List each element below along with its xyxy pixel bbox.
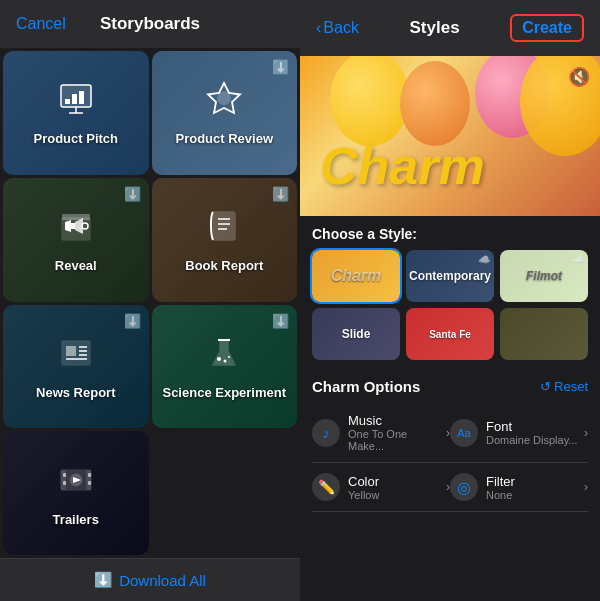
chevron-icon: › [584,426,588,440]
choose-style-label: Choose a Style: [312,226,588,242]
science-experiment-icon [205,333,243,379]
grid-item-label: Trailers [53,512,99,527]
options-header: Charm Options ↺ Reset [312,378,588,395]
svg-rect-16 [66,346,76,356]
chevron-icon: › [584,480,588,494]
left-header: Cancel Storyboards [0,0,300,48]
style-item-charm[interactable]: Charm [312,250,400,302]
svg-rect-2 [72,94,77,104]
music-icon: ♪ [312,419,340,447]
color-icon: ✏️ [312,473,340,501]
grid-item-label: Book Report [185,258,263,273]
option-name: Filter [486,474,580,489]
preview-area: Charm 🔇 [300,56,600,216]
reset-icon: ↺ [540,379,551,394]
download-all-button[interactable]: ⬇️ Download All [94,571,206,589]
grid-item-reveal[interactable]: ⬇️ Reveal [3,178,149,302]
cloud-download-icon: ⬇️ [272,186,289,202]
right-header: ‹ Back Styles Create [300,0,600,56]
svg-rect-29 [63,481,66,485]
grid-item-product-review[interactable]: ⬇️ Product Review [152,51,298,175]
back-button[interactable]: ‹ Back [316,19,359,37]
svg-rect-26 [61,470,66,490]
cloud-download-icon: ⬇️ [272,313,289,329]
option-row-color[interactable]: ✏️ Color Yellow › [312,463,450,512]
grid-item-label: Product Pitch [33,131,118,146]
option-row-font[interactable]: Aa Font Domaine Display... › [450,403,588,463]
grid-item-science-experiment[interactable]: ⬇️ Science Experiment [152,305,298,429]
grid-item-label: Reveal [55,258,97,273]
option-row-music[interactable]: ♪ Music One To One Make... › [312,403,450,463]
option-value: None [486,489,580,501]
svg-point-23 [224,359,227,362]
style-item-santa[interactable]: Santa Fe [406,308,494,360]
grid-item-trailers[interactable]: Trailers [3,431,149,555]
option-value: Yellow [348,489,442,501]
svg-point-22 [217,357,221,361]
cloud-icon: ☁️ [478,254,490,265]
style-label: Filmot [526,269,562,283]
options-section: Charm Options ↺ Reset ♪ Music One To One… [300,370,600,601]
product-review-icon [205,79,243,125]
reset-button[interactable]: ↺ Reset [540,379,588,394]
styles-grid: Charm ☁️ Contemporary ☁️ Filmot Slide Sa… [312,250,588,360]
style-item-contemporary[interactable]: ☁️ Contemporary [406,250,494,302]
grid-item-label: Product Review [175,131,273,146]
style-label: Contemporary [409,269,491,283]
option-name: Music [348,413,442,428]
balloon-orange [400,61,470,146]
option-name: Font [486,419,580,434]
grid-item-news-report[interactable]: ⬇️ News Report [3,305,149,429]
grid-item-label: News Report [36,385,115,400]
option-value: Domaine Display... [486,434,580,446]
book-report-icon [205,206,243,252]
cloud-download-icon: ⬇️ [124,186,141,202]
style-item-unknown[interactable] [500,308,588,360]
trailers-icon [57,460,95,506]
reveal-icon [57,206,95,252]
cloud-download-icon: ⬇️ [124,313,141,329]
back-chevron-icon: ‹ [316,19,321,37]
option-text-font: Font Domaine Display... [486,419,580,446]
right-panel: ‹ Back Styles Create Charm 🔇 Choose a St… [300,0,600,601]
left-panel-title: Storyboards [100,14,200,34]
svg-rect-28 [63,473,66,477]
balloon-yellow [330,56,410,146]
options-list: ♪ Music One To One Make... › Aa Font Dom… [312,403,588,512]
grid-item-book-report[interactable]: ⬇️ Book Report [152,178,298,302]
download-bar: ⬇️ Download All [0,558,300,601]
svg-point-6 [217,91,231,105]
cloud-icon: ☁️ [572,254,584,265]
option-row-filter[interactable]: ◎ Filter None › [450,463,588,512]
style-label: Santa Fe [429,329,471,340]
product-pitch-icon [57,79,95,125]
download-all-label: Download All [119,572,206,589]
preview-charm-text: Charm [320,136,485,196]
svg-rect-11 [213,212,235,240]
svg-rect-8 [62,214,90,220]
left-panel: Cancel Storyboards Product Pitch ⬇️ [0,0,300,601]
svg-rect-31 [88,481,91,485]
svg-point-24 [228,356,230,358]
style-item-filmot[interactable]: ☁️ Filmot [500,250,588,302]
download-icon: ⬇️ [94,571,113,589]
cancel-button[interactable]: Cancel [16,15,66,33]
reset-label: Reset [554,379,588,394]
option-text-music: Music One To One Make... [348,413,442,452]
mute-icon[interactable]: 🔇 [568,66,590,88]
filter-icon: ◎ [450,473,478,501]
svg-rect-27 [86,470,91,490]
grid-item-product-pitch[interactable]: Product Pitch [3,51,149,175]
style-label: Slide [342,327,371,341]
option-text-color: Color Yellow [348,474,442,501]
news-report-icon [57,333,95,379]
style-item-slide[interactable]: Slide [312,308,400,360]
font-icon: Aa [450,419,478,447]
create-button[interactable]: Create [510,14,584,42]
options-title: Charm Options [312,378,420,395]
storyboard-grid: Product Pitch ⬇️ Product Review ⬇️ [0,48,300,558]
cloud-download-icon: ⬇️ [272,59,289,75]
option-value: One To One Make... [348,428,442,452]
svg-rect-30 [88,473,91,477]
grid-item-label: Science Experiment [162,385,286,400]
